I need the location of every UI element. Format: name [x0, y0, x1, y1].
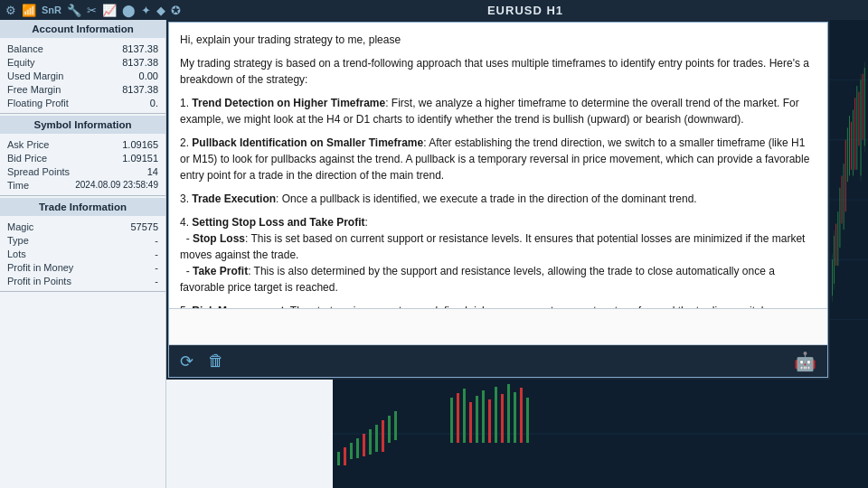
- svg-rect-50: [514, 392, 516, 443]
- content-row: Hi, explain your trading strategy to me,…: [166, 20, 868, 380]
- svg-rect-42: [463, 389, 466, 443]
- delete-icon[interactable]: 🗑: [208, 352, 224, 371]
- left-panel: Account Information Balance 8137.38 Equi…: [0, 20, 166, 488]
- diamond-icon[interactable]: ◆: [156, 4, 165, 17]
- time-value: 2024.08.09 23:58:49: [75, 180, 158, 191]
- ask-price-value: 1.09165: [122, 139, 158, 150]
- account-header: Account Information: [0, 20, 165, 38]
- svg-rect-31: [344, 447, 346, 465]
- svg-rect-12: [844, 164, 844, 230]
- svg-rect-14: [847, 127, 848, 182]
- right-area: Hi, explain your trading strategy to me,…: [166, 20, 868, 488]
- used-margin-label: Used Margin: [7, 70, 63, 81]
- toolbar-title: EURUSD H1: [188, 4, 863, 17]
- profit-points-label: Profit in Points: [7, 276, 71, 286]
- profit-money-row: Profit in Money -: [0, 260, 165, 274]
- ai-icon[interactable]: ✪: [171, 4, 181, 17]
- equity-value: 8137.38: [122, 57, 158, 68]
- magic-value: 57575: [130, 221, 158, 232]
- spread-points-value: 14: [147, 166, 158, 177]
- profit-points-row: Profit in Points -: [0, 274, 165, 287]
- trend-icon[interactable]: 📈: [102, 4, 117, 17]
- scissors-icon[interactable]: ✂: [87, 4, 97, 17]
- chat-input[interactable]: [175, 313, 822, 338]
- svg-rect-49: [507, 384, 510, 443]
- svg-rect-36: [375, 425, 378, 452]
- lots-label: Lots: [7, 249, 26, 259]
- balance-row: Balance 8137.38: [0, 42, 165, 55]
- refresh-icon[interactable]: ⟳: [180, 352, 193, 371]
- snr-label[interactable]: SnR: [42, 5, 61, 15]
- lots-row: Lots -: [0, 247, 165, 260]
- circle-icon[interactable]: ⬤: [122, 4, 136, 17]
- tools-icon[interactable]: 🔧: [67, 4, 81, 17]
- floating-profit-value: 0.: [150, 98, 158, 108]
- trade-section: Trade Information Magic 57575 Type - Lot…: [0, 198, 165, 292]
- toolbar: ⚙ 📶 SnR 🔧 ✂ 📈 ⬤ ✦ ◆ ✪ EURUSD H1: [0, 0, 868, 20]
- floating-profit-label: Floating Profit: [7, 98, 69, 108]
- svg-rect-45: [482, 390, 485, 443]
- symbol-header: Symbol Information: [0, 116, 165, 134]
- chart-icon[interactable]: 📶: [22, 4, 36, 17]
- spread-points-row: Spread Points 14: [0, 164, 165, 178]
- free-margin-value: 8137.38: [122, 84, 158, 95]
- svg-rect-30: [337, 452, 340, 465]
- chat-panel: Hi, explain your trading strategy to me,…: [168, 22, 828, 378]
- svg-rect-32: [350, 443, 353, 459]
- type-row: Type -: [0, 233, 165, 247]
- star-icon[interactable]: ✦: [141, 4, 151, 17]
- svg-rect-40: [450, 398, 453, 443]
- svg-rect-8: [835, 224, 836, 266]
- svg-rect-46: [488, 399, 491, 443]
- settings-icon[interactable]: ⚙: [5, 4, 16, 17]
- bottom-row: [166, 380, 868, 488]
- free-margin-label: Free Margin: [7, 84, 61, 95]
- bottom-chart-svg: [333, 380, 868, 488]
- msg-intro: My trading strategy is based on a trend-…: [180, 55, 816, 88]
- free-margin-row: Free Margin 8137.38: [0, 82, 165, 96]
- chart-svg: [830, 20, 868, 380]
- balance-value: 8137.38: [122, 43, 158, 54]
- svg-rect-47: [495, 387, 497, 443]
- profit-points-value: -: [155, 276, 158, 286]
- chart-area: [830, 20, 868, 380]
- svg-rect-20: [859, 92, 860, 146]
- svg-rect-17: [853, 110, 854, 176]
- account-section: Account Information Balance 8137.38 Equi…: [0, 20, 165, 114]
- equity-row: Equity 8137.38: [0, 55, 165, 69]
- symbol-section: Symbol Information Ask Price 1.09165 Bid…: [0, 116, 165, 196]
- time-row: Time 2024.08.09 23:58:49: [0, 178, 165, 192]
- svg-rect-13: [845, 140, 846, 212]
- toolbar-icons: ⚙ 📶 SnR 🔧 ✂ 📈 ⬤ ✦ ◆ ✪: [5, 4, 181, 17]
- svg-rect-33: [356, 438, 359, 458]
- bid-price-label: Bid Price: [7, 153, 47, 164]
- msg-point2: 2. Pullback Identification on Smaller Ti…: [180, 135, 816, 183]
- svg-rect-22: [863, 74, 863, 140]
- svg-rect-19: [856, 86, 857, 170]
- svg-rect-18: [854, 98, 855, 170]
- msg-point1: 1. Trend Detection on Higher Timeframe: …: [180, 95, 816, 127]
- ask-price-label: Ask Price: [7, 139, 49, 150]
- type-label: Type: [7, 235, 29, 246]
- msg-point4: 4. Setting Stop Loss and Take Profit: - …: [180, 214, 816, 296]
- svg-rect-9: [837, 211, 838, 266]
- bottom-chart: [333, 380, 868, 488]
- svg-rect-48: [501, 394, 504, 443]
- svg-rect-37: [382, 420, 384, 452]
- svg-rect-51: [520, 388, 523, 443]
- type-value: -: [155, 235, 158, 246]
- bid-price-row: Bid Price 1.09151: [0, 151, 165, 164]
- ai-logo-icon[interactable]: 🤖: [794, 351, 816, 372]
- spread-points-label: Spread Points: [7, 166, 70, 177]
- svg-rect-11: [842, 175, 843, 223]
- magic-label: Magic: [7, 221, 33, 232]
- chat-messages: Hi, explain your trading strategy to me,…: [169, 23, 827, 308]
- svg-rect-16: [851, 122, 852, 170]
- chat-toolbar: ⟳ 🗑 🤖: [169, 344, 827, 377]
- floating-profit-row: Floating Profit 0.: [0, 96, 165, 109]
- msg-point3: 3. Trade Execution: Once a pullback is i…: [180, 191, 816, 207]
- equity-label: Equity: [7, 57, 35, 68]
- chat-toolbar-left: ⟳ 🗑: [180, 352, 224, 371]
- chat-input-area[interactable]: [169, 308, 827, 344]
- used-margin-value: 0.00: [139, 70, 158, 81]
